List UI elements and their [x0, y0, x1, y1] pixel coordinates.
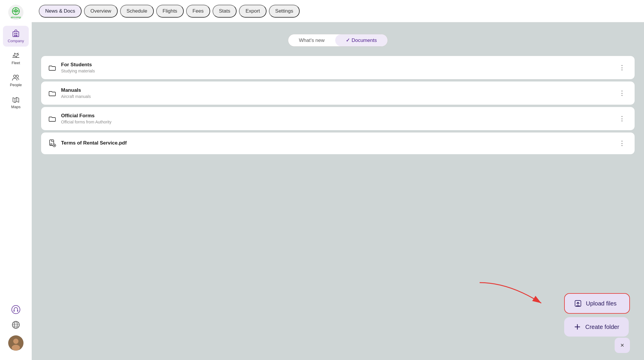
- create-folder-label: Create folder: [585, 324, 619, 330]
- tab-documents[interactable]: ✓ Documents: [335, 34, 387, 46]
- check-icon: ✓: [346, 37, 350, 43]
- svg-rect-5: [13, 32, 19, 37]
- headset-icon: [11, 305, 21, 314]
- sidebar-item-fleet[interactable]: Fleet: [3, 48, 29, 69]
- doc-item-official-forms[interactable]: Official Forms Official forms from Autho…: [41, 107, 635, 130]
- doc-title: For Students: [61, 62, 612, 68]
- folder-icon: [48, 89, 56, 97]
- globe-button[interactable]: [11, 320, 21, 331]
- globe-icon: [11, 320, 21, 330]
- topnav-stats[interactable]: Stats: [213, 5, 237, 18]
- doc-info: Terms of Rental Service.pdf: [61, 140, 612, 147]
- doc-info: For Students Studying materials: [61, 62, 612, 73]
- doc-more-button[interactable]: ⋮: [616, 63, 628, 73]
- sidebar-item-fleet-label: Fleet: [12, 61, 20, 65]
- doc-title: Official Forms: [61, 113, 612, 119]
- svg-rect-6: [14, 33, 16, 34]
- arrow-annotation: [474, 277, 550, 313]
- people-icon: [12, 73, 20, 81]
- folder-icon: [48, 115, 56, 123]
- svg-point-12: [16, 75, 18, 77]
- topnav-schedule[interactable]: Schedule: [120, 5, 154, 18]
- svg-point-11: [14, 75, 16, 77]
- action-area: Upload files Create folder: [564, 293, 630, 337]
- tab-documents-label: Documents: [352, 38, 377, 43]
- doc-item-manuals[interactable]: Manuals Aircraft manuals ⋮: [41, 81, 635, 105]
- create-folder-button[interactable]: Create folder: [564, 317, 629, 337]
- sidebar-item-maps[interactable]: Maps: [3, 92, 29, 113]
- doc-subtitle: Official forms from Authority: [61, 120, 612, 124]
- sidebar-item-people[interactable]: People: [3, 70, 29, 91]
- map-icon: [12, 95, 20, 103]
- folder-icon: [48, 64, 56, 72]
- sidebar-item-maps-label: Maps: [11, 105, 21, 109]
- topnav-export[interactable]: Export: [239, 5, 266, 18]
- topnav-overview[interactable]: Overview: [84, 5, 118, 18]
- doc-item-for-students[interactable]: For Students Studying materials ⋮: [41, 56, 635, 79]
- doc-title: Terms of Rental Service.pdf: [61, 140, 612, 146]
- upload-files-highlight: Upload files: [564, 293, 630, 314]
- tab-whats-new[interactable]: What's new: [288, 34, 335, 46]
- topnav-fees[interactable]: Fees: [186, 5, 210, 18]
- doc-item-terms-pdf[interactable]: Terms of Rental Service.pdf ⋮: [41, 133, 635, 154]
- doc-more-button[interactable]: ⋮: [616, 88, 628, 98]
- topnav-flights[interactable]: Flights: [156, 5, 184, 18]
- app-logo[interactable]: aircomp: [8, 5, 23, 20]
- svg-rect-8: [14, 35, 16, 37]
- svg-point-15: [12, 305, 20, 314]
- topnav-news-docs[interactable]: News & Docs: [39, 5, 82, 18]
- sidebar: aircomp Company Fleet: [0, 0, 32, 360]
- support-button[interactable]: [11, 305, 21, 315]
- sidebar-item-company-label: Company: [8, 39, 24, 43]
- document-list: For Students Studying materials ⋮ Manual…: [41, 56, 635, 154]
- doc-more-button[interactable]: ⋮: [616, 138, 628, 148]
- svg-rect-16: [14, 310, 15, 312]
- pdf-icon: [48, 139, 56, 147]
- doc-title: Manuals: [61, 87, 612, 93]
- topnav-settings[interactable]: Settings: [269, 5, 300, 18]
- sidebar-nav: Company Fleet People: [3, 26, 29, 305]
- doc-info: Manuals Aircraft manuals: [61, 87, 612, 99]
- top-navigation: News & Docs Overview Schedule Flights Fe…: [32, 0, 644, 22]
- doc-info: Official Forms Official forms from Autho…: [61, 113, 612, 124]
- tab-group: What's new ✓ Documents: [288, 34, 387, 47]
- building-icon: [12, 29, 20, 38]
- upload-files-label: Upload files: [586, 300, 617, 307]
- sidebar-item-people-label: People: [10, 83, 22, 87]
- plane-icon: [12, 51, 20, 60]
- sidebar-bottom: [8, 305, 23, 355]
- upload-files-button[interactable]: Upload files: [565, 294, 629, 313]
- doc-subtitle: Studying materials: [61, 69, 612, 73]
- doc-more-button[interactable]: ⋮: [616, 114, 628, 124]
- user-avatar[interactable]: [8, 335, 23, 351]
- svg-rect-17: [17, 310, 18, 312]
- plus-icon: [574, 323, 581, 331]
- sidebar-item-company[interactable]: Company: [3, 26, 29, 47]
- svg-text:aircomp: aircomp: [11, 16, 21, 19]
- doc-subtitle: Aircraft manuals: [61, 94, 612, 99]
- svg-rect-9: [16, 35, 17, 37]
- upload-icon: [574, 300, 582, 307]
- content-area: What's new ✓ Documents For Students Stud…: [32, 22, 644, 360]
- svg-rect-7: [16, 33, 17, 34]
- main-content: News & Docs Overview Schedule Flights Fe…: [32, 0, 644, 360]
- svg-point-23: [12, 345, 20, 351]
- close-button[interactable]: ×: [615, 338, 630, 353]
- tab-switcher: What's new ✓ Documents: [41, 34, 635, 47]
- svg-point-22: [13, 339, 18, 344]
